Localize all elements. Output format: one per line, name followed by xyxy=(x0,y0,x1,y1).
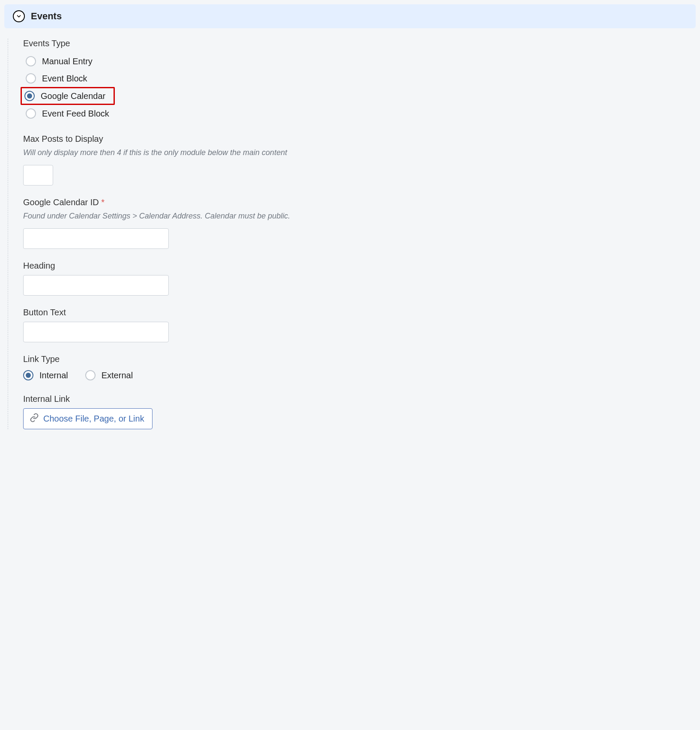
radio-manual-entry[interactable]: Manual Entry xyxy=(23,53,696,70)
internal-link-label: Internal Link xyxy=(23,394,696,404)
radio-icon xyxy=(23,370,33,380)
calendar-id-label-text: Google Calendar ID xyxy=(23,197,99,207)
link-icon xyxy=(30,413,39,425)
max-posts-input[interactable] xyxy=(23,165,53,185)
radio-label: Manual Entry xyxy=(42,57,93,66)
section-content: Events Type Manual Entry Event Block Goo… xyxy=(4,39,696,429)
field-google-calendar-id: Google Calendar ID * Found under Calenda… xyxy=(23,197,696,249)
radio-label: External xyxy=(102,371,133,380)
field-button-text: Button Text xyxy=(23,308,696,342)
field-internal-link: Internal Link Choose File, Page, or Link xyxy=(23,394,696,429)
choose-link-button[interactable]: Choose File, Page, or Link xyxy=(23,408,153,429)
field-events-type: Events Type Manual Entry Event Block Goo… xyxy=(23,39,696,122)
field-link-type: Link Type Internal External xyxy=(23,354,696,382)
field-max-posts: Max Posts to Display Will only display m… xyxy=(23,134,696,185)
radio-label: Event Feed Block xyxy=(42,109,109,119)
field-heading: Heading xyxy=(23,261,696,296)
heading-input[interactable] xyxy=(23,275,169,296)
radio-internal[interactable]: Internal xyxy=(23,368,68,382)
button-text-input[interactable] xyxy=(23,322,169,342)
radio-icon xyxy=(85,370,96,380)
max-posts-help: Will only display more then 4 if this is… xyxy=(23,148,696,157)
radio-icon xyxy=(26,56,36,66)
radio-icon xyxy=(26,108,36,119)
radio-label: Google Calendar xyxy=(41,91,105,101)
calendar-id-input[interactable] xyxy=(23,228,169,249)
button-text-label: Button Text xyxy=(23,308,696,317)
chevron-down-icon xyxy=(13,10,25,22)
link-type-label: Link Type xyxy=(23,354,696,364)
link-type-radio-group: Internal External xyxy=(23,368,696,382)
calendar-id-label: Google Calendar ID * xyxy=(23,197,696,207)
calendar-id-help: Found under Calendar Settings > Calendar… xyxy=(23,212,696,221)
radio-external[interactable]: External xyxy=(85,368,133,382)
radio-google-calendar[interactable]: Google Calendar xyxy=(21,87,115,105)
radio-label: Event Block xyxy=(42,74,87,84)
max-posts-label: Max Posts to Display xyxy=(23,134,696,144)
events-panel: Events Events Type Manual Entry Event Bl… xyxy=(4,4,696,429)
required-marker: * xyxy=(101,197,105,207)
section-title: Events xyxy=(31,11,62,22)
radio-event-feed-block[interactable]: Event Feed Block xyxy=(23,105,696,122)
radio-icon xyxy=(24,91,35,101)
radio-label: Internal xyxy=(39,371,68,380)
radio-event-block[interactable]: Event Block xyxy=(23,70,696,87)
events-type-radio-group: Manual Entry Event Block Google Calendar… xyxy=(23,53,696,122)
events-type-label: Events Type xyxy=(23,39,696,48)
choose-link-label: Choose File, Page, or Link xyxy=(43,414,144,424)
section-header-events[interactable]: Events xyxy=(4,4,696,28)
radio-icon xyxy=(26,73,36,84)
heading-label: Heading xyxy=(23,261,696,271)
